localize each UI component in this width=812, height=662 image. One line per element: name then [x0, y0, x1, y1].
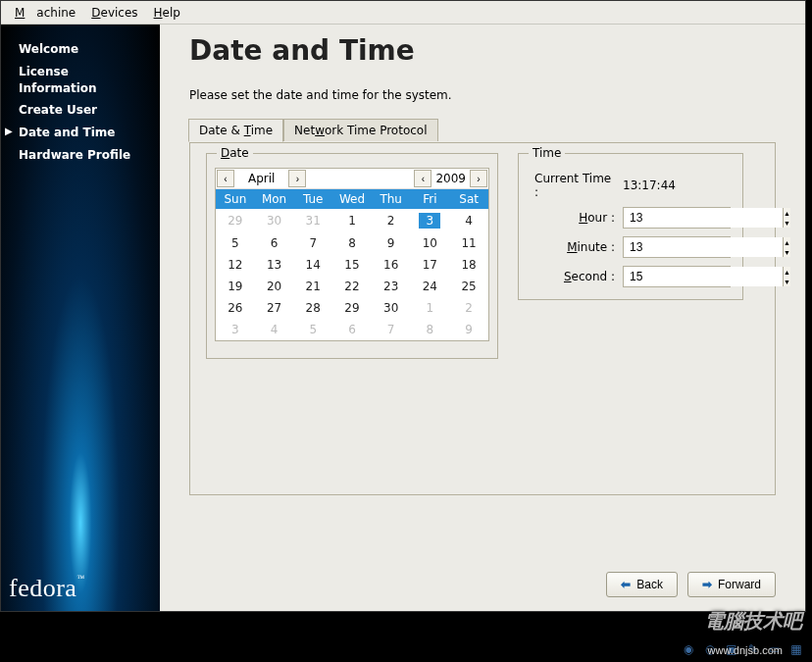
hour-input[interactable] [624, 208, 783, 228]
calendar-day[interactable]: 14 [293, 254, 332, 276]
sidebar-item-hardware-profile[interactable]: Hardware Profile [19, 144, 150, 167]
prev-month-button[interactable]: ‹ [217, 170, 234, 187]
calendar-day[interactable]: 30 [372, 297, 411, 319]
calendar-day[interactable]: 5 [293, 319, 332, 340]
calendar-day[interactable]: 6 [255, 232, 294, 254]
calendar-day[interactable]: 12 [216, 254, 255, 276]
calendar-day[interactable]: 7 [293, 232, 332, 254]
calendar-day[interactable]: 15 [332, 254, 372, 276]
calendar-day[interactable]: 4 [449, 209, 488, 232]
calendar-day[interactable]: 31 [293, 209, 332, 232]
hour-spin[interactable]: ▲▼ [623, 207, 731, 229]
calendar-day[interactable]: 18 [449, 254, 488, 276]
arrow-right-icon: ➡ [702, 578, 712, 591]
calendar-day[interactable]: 17 [411, 254, 450, 276]
cd-icon[interactable]: ◎ [702, 642, 718, 656]
tab-date-time[interactable]: Date & Time [188, 119, 283, 142]
calendar-day[interactable]: 9 [372, 232, 411, 254]
calendar-day[interactable]: 5 [216, 232, 255, 254]
calendar-day[interactable]: 2 [449, 297, 488, 319]
month-label: April [234, 172, 288, 185]
calendar-day[interactable]: 20 [255, 276, 294, 297]
button-row: ⬅Back ➡Forward [189, 558, 776, 597]
calendar-day[interactable]: 10 [411, 232, 450, 254]
second-up-button[interactable]: ▲ [784, 267, 790, 277]
calendar-day[interactable]: 29 [216, 209, 255, 232]
calendar-dow: Mon [255, 189, 294, 209]
calendar-dow: Sat [449, 189, 488, 209]
calendar: ‹ April › ‹ 2009 › [215, 168, 489, 341]
sidebar-item-create-user[interactable]: Create User [19, 99, 150, 122]
year-nav: ‹ 2009 › [414, 170, 487, 187]
minute-input[interactable] [624, 237, 783, 257]
minute-spin[interactable]: ▲▼ [623, 236, 731, 258]
calendar-day[interactable]: 6 [332, 319, 372, 340]
calendar-day[interactable]: 1 [332, 209, 372, 232]
next-year-button[interactable]: › [470, 170, 487, 187]
usb-icon[interactable]: ✎ [745, 642, 761, 656]
group-time: Time Current Time : 13:17:44 Hour : ▲▼ M… [518, 153, 743, 300]
calendar-dow: Wed [332, 189, 372, 209]
prev-year-button[interactable]: ‹ [414, 170, 431, 187]
second-down-button[interactable]: ▼ [784, 277, 790, 286]
legend-time: Time [529, 146, 565, 160]
forward-button[interactable]: ➡Forward [687, 572, 776, 597]
display-icon[interactable]: ▦ [788, 642, 804, 656]
calendar-day[interactable]: 8 [411, 319, 450, 340]
calendar-day[interactable]: 27 [255, 297, 294, 319]
calendar-day[interactable]: 2 [372, 209, 411, 232]
arrow-left-icon: ⬅ [621, 578, 631, 591]
fedora-logo: fedora™ [1, 574, 160, 603]
minute-down-button[interactable]: ▼ [784, 247, 790, 257]
next-month-button[interactable]: › [288, 170, 306, 187]
current-time-label: Current Time : [531, 172, 615, 199]
calendar-day[interactable]: 29 [332, 297, 372, 319]
sidebar-item-date-time[interactable]: Date and Time [19, 122, 150, 144]
calendar-day[interactable]: 4 [255, 319, 294, 340]
disk-icon[interactable]: ◉ [681, 642, 696, 656]
second-label: Second : [553, 270, 615, 283]
second-input[interactable] [624, 267, 783, 286]
calendar-day[interactable]: 11 [449, 232, 488, 254]
calendar-day[interactable]: 28 [293, 297, 332, 319]
sidebar-item-welcome[interactable]: Welcome [19, 38, 150, 61]
calendar-dow: Tue [293, 189, 332, 209]
menu-help[interactable]: Help [148, 4, 186, 22]
calendar-day[interactable]: 13 [255, 254, 294, 276]
calendar-day[interactable]: 8 [332, 232, 372, 254]
calendar-day[interactable]: 26 [216, 297, 255, 319]
calendar-day[interactable]: 9 [449, 319, 488, 340]
calendar-grid: SunMonTueWedThuFriSat 293031123456789101… [216, 189, 488, 340]
calendar-day[interactable]: 3 [216, 319, 255, 340]
calendar-day[interactable]: 16 [372, 254, 411, 276]
shared-folder-icon[interactable]: ▭ [767, 642, 783, 656]
main-content: Welcome License Information Create User … [1, 25, 805, 611]
setup-window: Machine Devices Help Welcome License Inf… [0, 0, 806, 612]
calendar-day[interactable]: 21 [293, 276, 332, 297]
calendar-day[interactable]: 30 [255, 209, 294, 232]
back-button[interactable]: ⬅Back [606, 572, 678, 597]
calendar-header: ‹ April › ‹ 2009 › [216, 169, 488, 189]
hour-up-button[interactable]: ▲ [784, 208, 790, 218]
calendar-day[interactable]: 19 [216, 276, 255, 297]
calendar-day[interactable]: 22 [332, 276, 372, 297]
second-spin[interactable]: ▲▼ [623, 266, 731, 287]
page-title: Date and Time [189, 34, 776, 67]
menu-machine[interactable]: Machine [9, 4, 81, 22]
menu-devices[interactable]: Devices [85, 4, 143, 22]
page-instruction: Please set the date and time for the sys… [189, 88, 776, 102]
calendar-day[interactable]: 25 [449, 276, 488, 297]
hour-label: Hour : [553, 211, 615, 225]
calendar-dow: Fri [411, 189, 450, 209]
calendar-day[interactable]: 24 [411, 276, 450, 297]
content-pane: Date and Time Please set the date and ti… [160, 25, 805, 611]
minute-up-button[interactable]: ▲ [784, 237, 790, 247]
tab-ntp[interactable]: Network Time Protocol [283, 119, 437, 141]
network-icon[interactable]: ▣ [724, 642, 739, 656]
sidebar-item-license[interactable]: License Information [19, 61, 150, 100]
calendar-day[interactable]: 3 [411, 209, 450, 232]
calendar-day[interactable]: 1 [411, 297, 450, 319]
calendar-day[interactable]: 7 [372, 319, 411, 340]
hour-down-button[interactable]: ▼ [784, 218, 790, 228]
calendar-day[interactable]: 23 [372, 276, 411, 297]
